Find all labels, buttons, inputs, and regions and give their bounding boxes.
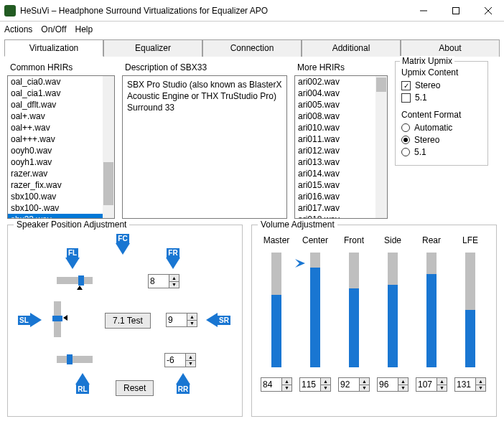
description-box: SBX Pro Studio (also known as BlasterX A…	[122, 75, 287, 219]
list-item[interactable]: sbx33.wav	[8, 214, 103, 218]
list-item[interactable]: oal+++.wav	[8, 133, 103, 145]
volume-spinner[interactable]: ▲▼	[416, 377, 447, 392]
menu-onoff[interactable]: On/Off	[41, 24, 66, 34]
list-item[interactable]: ari018.wav	[295, 214, 375, 218]
speaker-fc: FC	[116, 234, 130, 255]
volume-spinner[interactable]: ▲▼	[454, 377, 486, 392]
spin-down-icon[interactable]: ▼	[398, 385, 408, 392]
volume-spinner[interactable]: ▲▼	[261, 377, 292, 392]
radio-5-1[interactable]: 5.1	[401, 147, 482, 157]
speaker-fr: FR	[166, 248, 180, 269]
spin-down-icon[interactable]: ▼	[359, 385, 369, 392]
list-item[interactable]: ari014.wav	[295, 168, 375, 179]
spin-down-icon[interactable]: ▼	[281, 385, 291, 392]
menu-actions[interactable]: Actions	[4, 24, 32, 34]
list-item[interactable]: ari016.wav	[295, 191, 375, 202]
minimize-button[interactable]	[407, 0, 439, 22]
list-item[interactable]: oal_cia1.wav	[8, 88, 103, 99]
menu-help[interactable]: Help	[75, 24, 93, 34]
volume-slider[interactable]	[465, 253, 475, 367]
common-hrirs-list[interactable]: oal_cia0.wavoal_cia1.wavoal_dflt.wavoal+…	[7, 75, 115, 219]
checkbox-5-1[interactable]: 5.1	[401, 93, 482, 103]
list-item[interactable]: ari015.wav	[295, 179, 375, 191]
list-item[interactable]: ari005.wav	[295, 99, 375, 110]
list-item[interactable]: razer_fix.wav	[8, 179, 103, 191]
spin-up-icon[interactable]: ▲	[187, 314, 197, 321]
speaker-sr: SR	[206, 313, 230, 327]
volume-thumb-icon[interactable]	[294, 259, 306, 268]
upmix-content-label: Upmix Content	[401, 67, 482, 77]
list-item[interactable]: ari013.wav	[295, 156, 375, 168]
checkbox-stereo[interactable]: ✓Stereo	[401, 80, 482, 90]
tab-connection[interactable]: Connection	[202, 39, 302, 57]
spin-down-icon[interactable]: ▼	[475, 385, 485, 392]
list-item[interactable]: ooyh0.wav	[8, 145, 103, 156]
front-position-spinner[interactable]: ▲▼	[148, 274, 179, 288]
radio-automatic[interactable]: Automatic	[401, 123, 482, 133]
volume-column: Center▲▼	[298, 235, 332, 392]
volume-slider[interactable]	[388, 253, 398, 367]
spin-up-icon[interactable]: ▲	[475, 378, 485, 385]
speaker-sl: SL	[18, 313, 42, 327]
volume-slider[interactable]	[426, 253, 437, 367]
rear-position-spinner[interactable]: ▲▼	[164, 353, 196, 367]
tab-equalizer[interactable]: Equalizer	[103, 39, 202, 57]
arrow-right-icon	[30, 313, 42, 327]
scrollbar[interactable]	[103, 76, 114, 218]
arrow-down-icon	[116, 243, 130, 255]
list-item[interactable]: oal_cia0.wav	[8, 76, 103, 88]
list-item[interactable]: oal++.wav	[8, 122, 103, 133]
spin-down-icon[interactable]: ▼	[169, 282, 179, 288]
tab-additional[interactable]: Additional	[302, 39, 401, 57]
test-button[interactable]: 7.1 Test	[105, 313, 151, 329]
list-item[interactable]: sbx100.wav	[8, 191, 103, 202]
tab-about[interactable]: About	[401, 39, 500, 57]
spin-up-icon[interactable]: ▲	[320, 378, 330, 385]
front-position-slider[interactable]	[57, 277, 93, 284]
volume-slider[interactable]	[310, 253, 320, 367]
volume-slider[interactable]	[271, 253, 281, 367]
spin-up-icon[interactable]: ▲	[398, 378, 408, 385]
spin-down-icon[interactable]: ▼	[437, 385, 447, 392]
list-item[interactable]: ari011.wav	[295, 133, 375, 145]
spin-down-icon[interactable]: ▼	[320, 385, 330, 392]
volume-spinner[interactable]: ▲▼	[338, 377, 370, 392]
volume-spinner[interactable]: ▲▼	[377, 377, 409, 392]
list-item[interactable]: razer.wav	[8, 168, 103, 179]
reset-button[interactable]: Reset	[116, 380, 154, 396]
maximize-button[interactable]	[439, 0, 472, 22]
side-position-slider[interactable]	[54, 301, 61, 337]
list-item[interactable]: ari010.wav	[295, 122, 375, 133]
rear-position-slider[interactable]	[57, 356, 93, 363]
volume-spinner[interactable]: ▲▼	[299, 377, 331, 392]
list-item[interactable]: ari008.wav	[295, 110, 375, 122]
scrollbar[interactable]	[375, 76, 387, 218]
list-item[interactable]: ooyh1.wav	[8, 156, 103, 168]
spin-up-icon[interactable]: ▲	[185, 354, 195, 361]
radio-stereo[interactable]: Stereo	[401, 135, 482, 145]
volume-column: Rear▲▼	[414, 235, 449, 392]
spin-up-icon[interactable]: ▲	[437, 378, 447, 385]
list-item[interactable]: sbx100-.wav	[8, 202, 103, 214]
close-button[interactable]	[472, 0, 504, 22]
volume-slider[interactable]	[349, 253, 359, 367]
svg-marker-4	[295, 259, 305, 268]
side-position-spinner[interactable]: ▲▼	[166, 313, 197, 327]
arrow-down-icon	[65, 258, 80, 269]
scrollbar-thumb[interactable]	[103, 162, 113, 205]
list-item[interactable]: ari004.wav	[295, 88, 375, 99]
spin-down-icon[interactable]: ▼	[187, 321, 197, 327]
spin-up-icon[interactable]: ▲	[281, 378, 291, 385]
tab-virtualization[interactable]: Virtualization	[4, 39, 103, 57]
list-item[interactable]: ari012.wav	[295, 145, 375, 156]
spin-down-icon[interactable]: ▼	[185, 361, 195, 367]
list-item[interactable]: oal+.wav	[8, 110, 103, 122]
list-item[interactable]: ari017.wav	[295, 202, 375, 214]
volume-column: Master▲▼	[259, 235, 294, 392]
list-item[interactable]: oal_dflt.wav	[8, 99, 103, 110]
spin-up-icon[interactable]: ▲	[169, 275, 179, 282]
scrollbar-thumb[interactable]	[376, 77, 386, 92]
more-hrirs-list[interactable]: ari002.wavari004.wavari005.wavari008.wav…	[294, 75, 388, 219]
list-item[interactable]: ari002.wav	[295, 76, 375, 88]
spin-up-icon[interactable]: ▲	[359, 378, 369, 385]
